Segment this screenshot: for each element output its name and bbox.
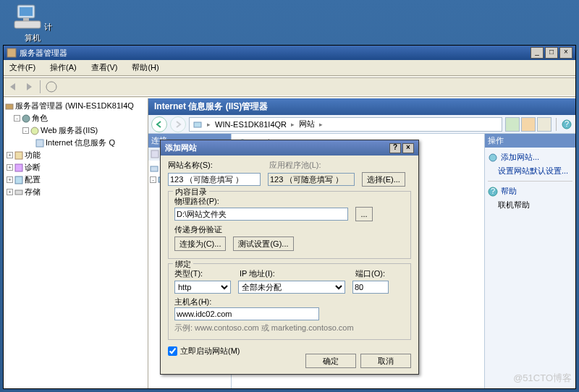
computer-icon [13,4,42,30]
svg-rect-14 [194,122,201,127]
toolbar-help-icon[interactable] [45,80,58,93]
cancel-button[interactable]: 取消 [360,354,411,368]
svg-point-24 [489,154,496,161]
svg-rect-4 [7,48,16,57]
svg-rect-17 [151,150,159,158]
conn-tool-icon[interactable] [150,149,160,159]
example-text: 示例: www.contoso.com 或 marketing.contoso.… [174,323,354,332]
nav-stop-button[interactable] [521,117,536,132]
group-label-binding: 绑定 [173,259,193,270]
action-add-website[interactable]: 添加网站... [488,150,572,164]
svg-rect-10 [15,152,22,159]
label-physical-path: 物理路径(P): [174,197,219,205]
site-name-input[interactable] [168,173,261,186]
action-online-help[interactable]: 联机帮助 [498,198,572,212]
tree-iis[interactable]: Internet 信息服务 Q [5,137,146,149]
tree-storage[interactable]: + 存储 [5,186,146,198]
server-icon [5,102,14,111]
label-app-pool: 应用程序池(L): [269,161,321,169]
dialog-titlebar[interactable]: 添加网站 ? × [161,140,418,155]
dialog-close-button[interactable]: × [402,143,414,153]
breadcrumb-host: WIN-ES1DK81I4QR [215,120,287,129]
start-now-checkbox[interactable] [168,346,177,356]
tree-features[interactable]: + 功能 [5,149,146,161]
action-site-defaults[interactable]: 设置网站默认设置... [498,164,572,178]
toolbar-back-icon[interactable] [7,80,20,93]
tree-diagnostics[interactable]: + 诊断 [5,161,146,174]
minimize-button[interactable]: _ [531,47,544,59]
label-passthrough: 传递身份验证 [174,225,222,234]
label-ip: IP 地址(I): [240,269,275,278]
content-directory-group: 内容目录 物理路径(P): ... 传递身份验证 连接为(C)... 测试设置(… [168,191,411,259]
svg-rect-1 [20,7,33,16]
group-label-content: 内容目录 [173,187,209,197]
menu-view[interactable]: 查看(V) [88,61,121,74]
dialog-title: 添加网站 [165,142,197,153]
help-icon[interactable]: ? [561,119,572,130]
server-manager-icon [7,48,17,58]
globe-add-icon [488,153,498,163]
svg-point-8 [31,127,38,135]
port-input[interactable] [352,281,389,294]
svg-rect-13 [15,190,22,195]
web-server-icon [30,127,39,135]
actions-pane: 操作 添加网站... 设置网站默认设置... ? 帮助 [485,134,575,388]
iis-navbar: ▸ WIN-ES1DK81I4QR ▸ 网站 ▸ ? [148,115,575,134]
tree-config[interactable]: + 配置 [5,174,146,186]
nav-back-button[interactable] [151,116,167,132]
ip-select[interactable]: 全部未分配 [238,281,345,294]
browse-path-button[interactable]: ... [355,207,373,221]
type-select[interactable]: http [174,281,231,294]
label-hostname: 主机名(H): [174,297,211,306]
action-help[interactable]: ? 帮助 [488,184,572,198]
dialog-help-button[interactable]: ? [389,143,401,153]
test-settings-button[interactable]: 测试设置(G)... [233,237,293,251]
label-type: 类型(T): [174,269,203,278]
add-website-dialog: 添加网站 ? × 网站名称(S): 应用程序池(L): 选择(E)... 内容目… [160,140,419,375]
app-pool-input [268,173,355,186]
svg-text:?: ? [491,187,495,195]
svg-rect-6 [6,104,13,109]
menubar: 文件(F) 操作(A) 查看(V) 帮助(H) [4,60,575,76]
select-app-pool-button[interactable]: 选择(E)... [362,172,405,187]
server-manager-tree: 服务器管理器 (WIN-ES1DK81I4Q - 角色 - Web 服务器(II… [4,98,148,388]
server-node-icon [193,119,203,129]
tree-root[interactable]: 服务器管理器 (WIN-ES1DK81I4Q [5,100,146,112]
iis-icon [35,139,44,148]
ok-button[interactable]: 确定 [305,354,356,368]
label-port: 端口(O): [355,269,385,278]
tree-web-server[interactable]: - Web 服务器(IIS) [5,124,146,137]
svg-text:?: ? [565,119,569,128]
svg-rect-19 [151,166,158,171]
watermark: @51CTO博客 [513,372,572,385]
svg-rect-12 [15,176,22,184]
features-icon [14,151,23,160]
storage-icon [14,188,23,197]
nav-forward-button[interactable] [170,116,186,132]
menu-action[interactable]: 操作(A) [47,61,80,74]
config-icon [14,176,23,184]
close-button[interactable]: × [559,47,572,59]
menu-help[interactable]: 帮助(H) [129,61,161,74]
iis-title: Internet 信息服务 (IIS)管理器 [148,98,575,115]
server-manager-titlebar[interactable]: 服务器管理器 _ □ × [4,46,575,60]
home-icon [150,164,159,173]
nav-refresh-button[interactable] [505,117,520,132]
breadcrumb-sites: 网站 [299,119,315,129]
menu-file[interactable]: 文件(F) [7,61,38,74]
svg-rect-3 [14,21,41,28]
toolbar-forward-icon[interactable] [22,80,35,93]
help-icon: ? [488,187,498,197]
svg-point-5 [46,82,56,92]
desktop-computer-icon[interactable]: 计算机 [11,4,54,43]
physical-path-input[interactable] [174,208,348,221]
maximize-button[interactable]: □ [545,47,558,59]
svg-point-7 [22,115,30,122]
server-manager-title: 服务器管理器 [20,48,67,59]
connect-as-button[interactable]: 连接为(C)... [174,237,226,251]
hostname-input[interactable] [174,307,319,320]
nav-home-button[interactable] [537,117,551,132]
actions-header: 操作 [485,134,575,148]
tree-roles[interactable]: - 角色 [5,112,146,124]
breadcrumb[interactable]: ▸ WIN-ES1DK81I4QR ▸ 网站 ▸ [189,117,502,132]
